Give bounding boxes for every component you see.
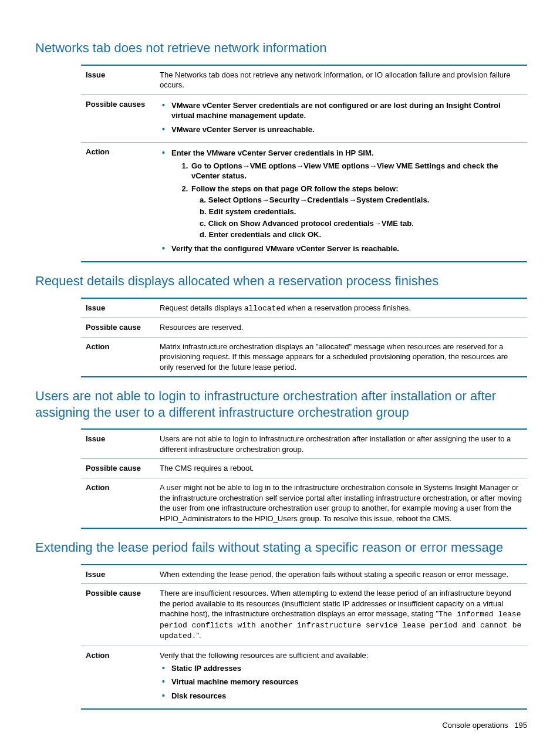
row-content: Users are not able to login to infrastru… [155, 429, 527, 459]
row-label: Issue [81, 298, 155, 318]
table-row: Issue When extending the lease period, t… [81, 565, 527, 584]
row-label: Action [81, 646, 155, 710]
text: Edit system credentials. [209, 207, 296, 216]
menu-path: Options→Security→Credentials→System Cred… [233, 195, 427, 204]
row-content: VMware vCenter Server credentials are no… [155, 94, 527, 143]
row-label: Issue [81, 565, 155, 584]
row-content: The CMS requires a reboot. [155, 459, 527, 478]
list-item: Virtual machine memory resources [162, 677, 522, 687]
text: . [427, 195, 430, 204]
text: ". [196, 631, 201, 640]
text: when a reservation process finishes. [285, 303, 411, 312]
text: Follow the steps on that page OR follow … [191, 184, 398, 193]
table-row: Issue The Networks tab does not retrieve… [81, 65, 527, 95]
row-label: Issue [81, 429, 155, 459]
table-row: Possible causes VMware vCenter Server cr… [81, 94, 527, 143]
text: . [319, 230, 321, 239]
list-item: d.Enter credentials and click OK. [200, 229, 522, 240]
row-content: When extending the lease period, the ope… [155, 565, 527, 584]
text: Go to [191, 161, 214, 170]
bold-text: OK [308, 230, 319, 239]
table-row: Issue Request details displays allocated… [81, 298, 527, 318]
list-item: Static IP addresses [162, 663, 522, 674]
text: Enter credentials and click [209, 230, 308, 239]
text: Click on [208, 219, 240, 228]
troubleshoot-table: Issue Request details displays allocated… [81, 298, 527, 378]
troubleshoot-table: Issue When extending the lease period, t… [81, 564, 527, 710]
row-content: There are insufficient resources. When a… [155, 584, 527, 646]
row-label: Possible cause [81, 584, 155, 646]
page-footer: Console operations 195 [81, 720, 527, 731]
text: → [374, 219, 382, 228]
list-item: Disk resources [162, 691, 522, 701]
row-content: Resources are reserved. [155, 318, 527, 337]
table-row: Possible cause The CMS requires a reboot… [81, 459, 527, 478]
section-heading: Extending the lease period fails without… [35, 539, 525, 556]
list-item: a.Select Options→Security→Credentials→Sy… [200, 195, 522, 205]
footer-section: Console operations [442, 721, 508, 730]
code-text: allocated [244, 304, 285, 313]
list-item: VMware vCenter Server credentials are no… [162, 100, 522, 121]
row-content: Matrix infrastructure orchestration disp… [155, 337, 527, 377]
table-row: Possible cause There are insufficient re… [81, 584, 527, 646]
row-content: Enter the VMware vCenter Server credenti… [155, 143, 527, 262]
row-label: Issue [81, 65, 155, 95]
table-row: Action Enter the VMware vCenter Server c… [81, 143, 527, 262]
table-row: Issue Users are not able to login to inf… [81, 429, 527, 459]
section-heading: Request details displays allocated when … [35, 273, 525, 289]
list-item: Go to Options→VME options→View VME optio… [190, 161, 522, 181]
text: Select [208, 195, 233, 204]
row-content: The Networks tab does not retrieve any n… [155, 65, 527, 95]
row-content: A user might not be able to log in to th… [155, 478, 527, 529]
row-content: Verify that the following resources are … [155, 646, 527, 710]
row-content: Request details displays allocated when … [155, 298, 527, 318]
bold-text: Show Advanced protocol credentials [240, 219, 374, 228]
list-item: b.Edit system credentials. [200, 207, 522, 217]
table-row: Possible cause Resources are reserved. [81, 318, 527, 337]
text: Enter the VMware vCenter Server credenti… [171, 148, 373, 157]
bold-text: VME tab [382, 219, 411, 228]
text: Verify that the following resources are … [160, 651, 368, 660]
row-label: Action [81, 478, 155, 529]
row-label: Possible causes [81, 94, 155, 143]
row-label: Action [81, 143, 155, 262]
row-label: Possible cause [81, 459, 155, 478]
list-item: Verify that the configured VMware vCente… [162, 244, 522, 254]
list-item: VMware vCenter Server is unreachable. [162, 124, 522, 135]
text: Request details displays [160, 303, 244, 312]
troubleshoot-table: Issue The Networks tab does not retrieve… [81, 65, 527, 263]
table-row: Action A user might not be able to log i… [81, 478, 527, 529]
text: . [411, 219, 414, 228]
table-row: Action Verify that the following resourc… [81, 646, 527, 710]
footer-page-number: 195 [514, 721, 527, 730]
row-label: Possible cause [81, 318, 155, 337]
troubleshoot-table: Issue Users are not able to login to inf… [81, 428, 527, 529]
menu-path: Options→VME options→View VME options→Vie… [214, 161, 446, 170]
list-item: Enter the VMware vCenter Server credenti… [162, 148, 522, 239]
row-label: Action [81, 337, 155, 377]
table-row: Action Matrix infrastructure orchestrati… [81, 337, 527, 377]
section-heading: Networks tab does not retrieve network i… [35, 40, 525, 56]
list-item: c.Click on Show Advanced protocol creden… [200, 218, 522, 229]
list-item: Follow the steps on that page OR follow … [190, 184, 522, 240]
section-heading: Users are not able to login to infrastru… [35, 388, 525, 420]
